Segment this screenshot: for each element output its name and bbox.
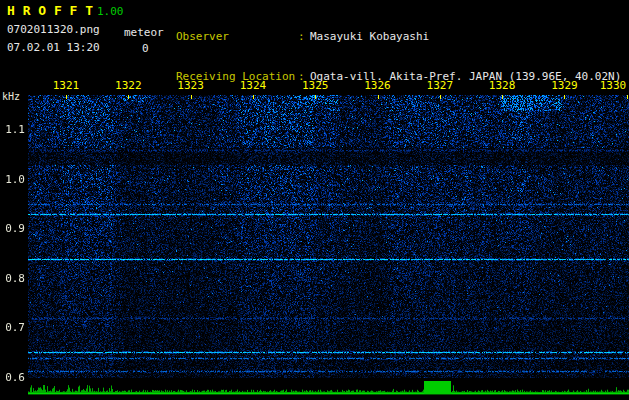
time-tick-label: 1325 — [302, 79, 329, 92]
hrofft-screen: H R O F F T 1.00 0702011320.png meteor 0… — [0, 0, 629, 400]
info-label: Observer — [176, 30, 298, 43]
freq-tick-label: 0.8 — [0, 272, 25, 285]
info-value: Masayuki Kobayashi — [310, 30, 621, 43]
time-tick-label: 1328 — [489, 79, 516, 92]
time-tick-label: 1327 — [427, 79, 454, 92]
time-tick-label: 1322 — [115, 79, 142, 92]
time-tick-label: 1323 — [177, 79, 204, 92]
app-title: H R O F F T — [7, 3, 93, 18]
time-tick-label: 1326 — [364, 79, 391, 92]
info-colon: : — [298, 30, 310, 43]
signal-level-canvas — [0, 378, 629, 400]
time-tick-label: 1321 — [53, 79, 80, 92]
freq-tick-label: 1.1 — [0, 123, 25, 136]
freq-axis-unit: kHz — [2, 91, 20, 102]
spectrogram-canvas — [28, 95, 629, 378]
observation-datetime: 07.02.01 13:20 — [7, 41, 100, 54]
app-version: 1.00 — [97, 5, 124, 18]
time-tick-label: 1330 — [600, 79, 627, 92]
observation-mode: meteor — [124, 26, 164, 39]
time-tick-label: 1324 — [240, 79, 267, 92]
meteor-count: 0 — [142, 42, 149, 55]
freq-tick-label: 0.6 — [0, 371, 25, 384]
info-row-observer: Observer:Masayuki Kobayashi — [176, 30, 621, 43]
time-tick-label: 1329 — [551, 79, 578, 92]
freq-tick-label: 0.9 — [0, 222, 25, 235]
output-filename: 0702011320.png — [7, 23, 100, 36]
freq-tick-label: 1.0 — [0, 173, 25, 186]
freq-tick-label: 0.7 — [0, 321, 25, 334]
